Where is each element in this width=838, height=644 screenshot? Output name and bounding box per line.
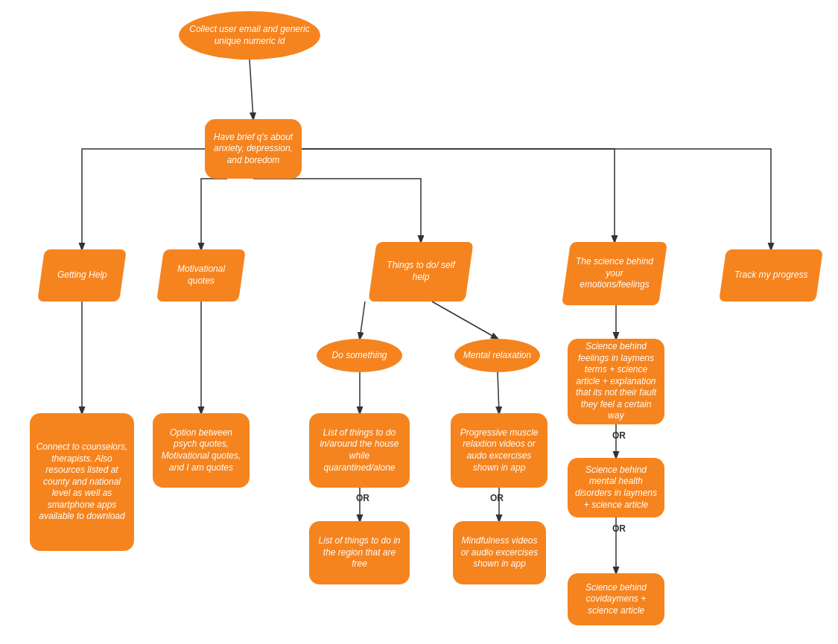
list-quarantine-node: List of things to do in/around the house…: [309, 413, 410, 488]
or-label-4: OR: [612, 523, 626, 534]
things-todo-node: Things to do/ self help: [368, 242, 473, 302]
or-label-1: OR: [356, 493, 369, 503]
do-something-node: Do something: [317, 339, 402, 372]
svg-line-4: [432, 302, 498, 339]
option-quotes-node: Option between psych quotes, Motivationa…: [153, 413, 250, 488]
or-label-2: OR: [490, 493, 504, 503]
connect-node: Connect to counselors, therapists. Also …: [30, 413, 134, 551]
science-covid-node: Science behind covidaymens + science art…: [568, 573, 664, 625]
svg-line-3: [360, 302, 365, 339]
brief-q-node: Have brief q's about anxiety, depression…: [205, 119, 302, 179]
svg-line-0: [250, 60, 253, 119]
progressive-node: Progressive muscle relaxtion videos or a…: [451, 413, 547, 488]
mindfulness-node: Mindfulness videos or audio excercises s…: [453, 521, 546, 584]
motivational-node: Motivational quotes: [156, 249, 246, 302]
science-mental-node: Science behind mental health disorders i…: [568, 458, 664, 517]
list-free-node: List of things to do in the region that …: [309, 521, 410, 584]
track-node: Track my progress: [719, 249, 823, 302]
collect-node: Collect user email and generic unique nu…: [179, 11, 320, 60]
science-node: The science behind your emotions/feeling…: [562, 242, 667, 305]
mental-relax-node: Mental relaxation: [454, 339, 540, 372]
or-label-3: OR: [612, 430, 626, 441]
svg-line-7: [498, 372, 499, 413]
flowchart-diagram: Collect user email and generic unique nu…: [0, 0, 838, 644]
getting-help-node: Getting Help: [37, 249, 127, 302]
science-feelings-node: Science behind feelings in laymens terms…: [568, 339, 664, 424]
